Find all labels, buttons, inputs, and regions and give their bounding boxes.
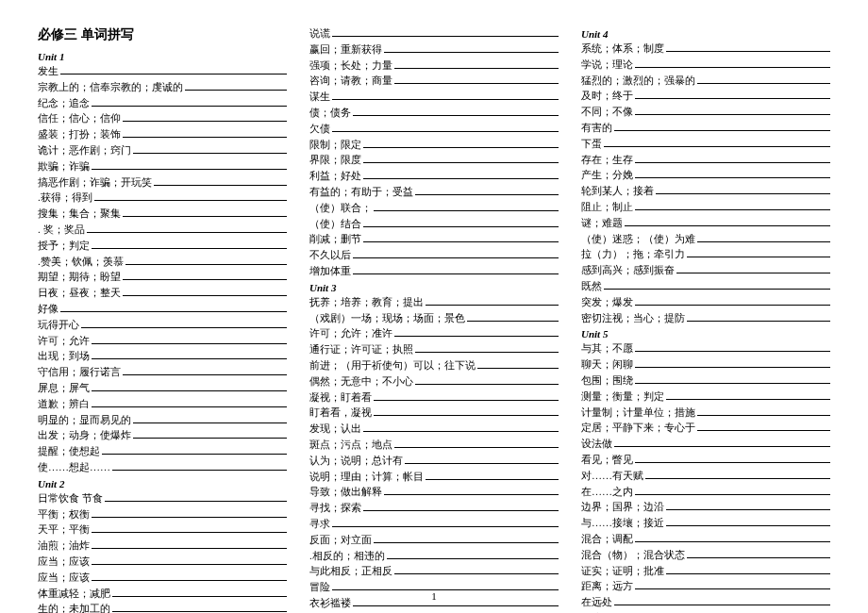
vocab-label: （使）联合； <box>309 201 372 215</box>
vocab-entry: 看见；瞥见 <box>581 453 830 467</box>
fill-blank <box>666 42 830 52</box>
vocab-label: 利益；好处 <box>309 169 361 183</box>
vocab-entry: 反面；对立面 <box>309 533 559 547</box>
fill-blank <box>676 264 830 273</box>
vocab-entry: 强项；长处；力量 <box>309 58 559 73</box>
unit-heading: Unit 1 <box>38 51 287 62</box>
fill-blank <box>666 501 830 510</box>
fill-blank <box>363 154 559 163</box>
vocab-entry: 存在；生存 <box>581 153 830 167</box>
vocab-entry: 及时；终于 <box>581 89 830 103</box>
vocab-entry: 谜；难题 <box>581 216 830 230</box>
vocab-entry: 道歉；辨白 <box>38 397 287 411</box>
fill-blank <box>415 186 559 195</box>
fill-blank <box>133 429 287 439</box>
vocab-label: 玩得开心 <box>38 318 79 332</box>
vocab-label: 聊天；闲聊 <box>581 357 633 372</box>
fill-blank <box>123 366 287 375</box>
fill-blank <box>614 122 830 131</box>
vocab-label: 计量制；计量单位；措施 <box>581 406 695 420</box>
vocab-entry: 说谎 <box>309 26 559 41</box>
fill-blank <box>81 319 287 328</box>
vocab-entry: 测量；衡量；判定 <box>581 389 830 404</box>
fill-blank <box>426 471 559 480</box>
vocab-label: 说明；理由；计算；帐目 <box>309 470 424 484</box>
vocab-entry: 体重减轻；减肥 <box>38 587 287 601</box>
vocab-label: （使）结合 <box>309 217 361 231</box>
fill-blank <box>415 343 559 353</box>
fill-blank <box>687 312 830 322</box>
fill-blank <box>92 382 287 391</box>
vocab-entry: （使）结合 <box>309 217 559 231</box>
fill-blank <box>332 518 559 527</box>
vocab-label: 前进；（用于祈使句）可以；往下说 <box>309 358 476 373</box>
vocab-label: 限制；限定 <box>309 138 361 152</box>
vocab-entry: 通行证；许可证；执照 <box>309 342 559 356</box>
vocab-entry: 搜集；集合；聚集 <box>38 207 287 221</box>
vocab-entry: 定居；平静下来；专心于 <box>581 421 830 435</box>
vocab-label: 及时；终于 <box>581 89 633 103</box>
vocab-label: 宗教上的；信奉宗教的；虔诚的 <box>38 80 183 94</box>
fill-blank <box>92 398 287 407</box>
vocab-entry: 提醒；使想起 <box>38 444 287 458</box>
vocab-label: 生的；未加工的 <box>38 602 110 613</box>
vocab-entry: 与此相反；正相反 <box>309 564 559 578</box>
vocab-entry: 下蛋 <box>581 137 830 151</box>
vocab-label: 许可；允许 <box>38 334 90 348</box>
vocab-label: 通行证；许可证；执照 <box>309 342 413 356</box>
fill-blank <box>332 27 559 37</box>
vocab-label: 感到高兴；感到振奋 <box>581 263 675 277</box>
vocab-entry: 寻求 <box>309 517 559 531</box>
vocab-label: 密切注视；当心；提防 <box>581 311 685 325</box>
fill-blank <box>353 597 559 606</box>
vocab-entry: 盯着看，凝视 <box>309 406 559 420</box>
vocab-entry: 偶然；无意中；不小心 <box>309 374 559 389</box>
fill-blank <box>604 280 830 290</box>
fill-blank <box>426 296 559 306</box>
fill-blank <box>353 265 559 274</box>
fill-blank <box>635 169 830 178</box>
vocab-label: 盯着看，凝视 <box>309 406 372 420</box>
fill-blank <box>687 549 830 558</box>
vocab-entry: 设法做 <box>581 437 830 451</box>
vocab-label: 边界；国界；边沿 <box>581 500 664 514</box>
vocab-label: 阻止；制止 <box>581 200 633 214</box>
vocab-entry: 谋生 <box>309 90 559 104</box>
vocab-label: 定居；平静下来；专心于 <box>581 421 695 435</box>
vocab-entry: 包围；围绕 <box>581 373 830 388</box>
vocab-label: 出现；到场 <box>38 349 90 363</box>
vocab-label: 应当；应该 <box>38 555 90 569</box>
vocab-label: 与其；不愿 <box>581 341 633 356</box>
vocab-label: 应当；应该 <box>38 571 90 585</box>
vocab-label: 道歉；辨白 <box>38 397 90 411</box>
vocab-label: 明显的；显而易见的 <box>38 413 131 427</box>
vocab-label: 发现；认出 <box>309 422 361 436</box>
vocab-entry: （使）联合； <box>309 201 559 215</box>
fill-blank <box>394 327 559 337</box>
vocab-label: 诡计；恶作剧；窍门 <box>38 143 131 157</box>
vocab-entry: 日常饮食 节食 <box>38 491 287 505</box>
vocab-label: 衣衫褴褛 <box>309 596 351 610</box>
vocab-entry: 利益；好处 <box>309 169 559 183</box>
fill-blank <box>394 439 559 448</box>
vocab-entry: 期望；期待；盼望 <box>38 270 287 284</box>
vocab-label: 与……接壤；接近 <box>581 516 664 530</box>
vocab-label: 许可；允许；准许 <box>309 326 392 340</box>
fill-blank <box>374 202 559 211</box>
vocab-label: 突发；爆发 <box>581 295 633 309</box>
unit-heading: Unit 5 <box>581 328 830 340</box>
unit-heading: Unit 3 <box>309 282 559 293</box>
fill-blank <box>363 422 559 432</box>
vocab-label: 轮到某人；接着 <box>581 184 654 198</box>
vocab-entry: 咨询；请教；商量 <box>309 74 559 88</box>
vocab-label: .相反的；相违的 <box>309 549 385 563</box>
vocab-entry: 在远处 <box>581 595 830 609</box>
vocab-label: 谜；难题 <box>581 216 623 230</box>
vocab-entry: 明显的；显而易见的 <box>38 413 287 427</box>
vocab-entry: 感到高兴；感到振奋 <box>581 263 830 277</box>
vocab-label: 抚养；培养；教育；提出 <box>309 295 424 309</box>
fill-blank <box>635 486 830 495</box>
fill-blank <box>363 170 559 179</box>
fill-blank <box>666 517 830 526</box>
fill-blank <box>92 539 287 549</box>
